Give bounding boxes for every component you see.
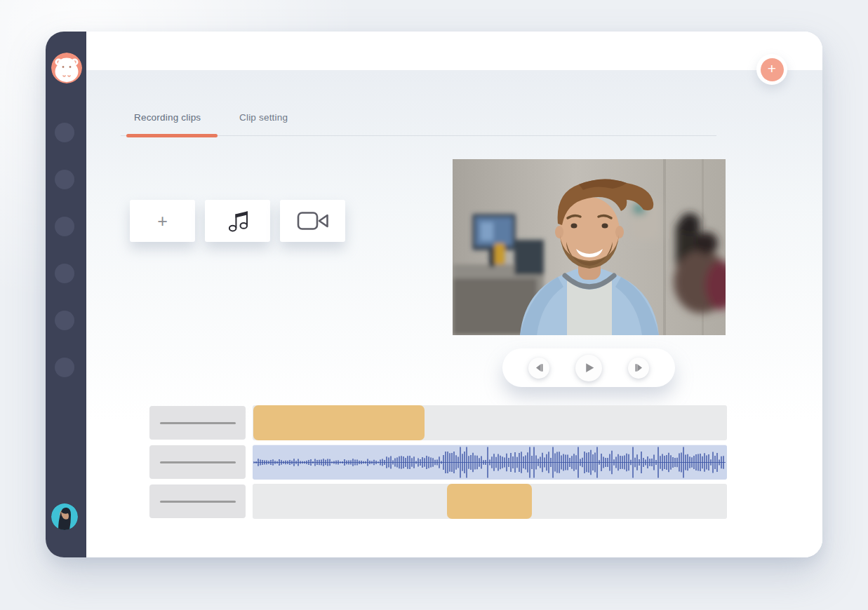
video-preview-image xyxy=(453,159,726,335)
sidebar-item-placeholder-2[interactable] xyxy=(55,170,74,189)
music-note-icon xyxy=(222,205,253,236)
app-window: + Recording clips Clip setting + xyxy=(46,32,822,557)
play-icon xyxy=(583,362,595,374)
user-avatar[interactable] xyxy=(51,503,78,530)
step-backward-icon xyxy=(534,362,545,373)
sidebar-item-placeholder-1[interactable] xyxy=(55,123,74,142)
timeline-track-2 xyxy=(149,445,727,480)
track-label xyxy=(149,484,246,518)
play-button[interactable] xyxy=(575,355,602,381)
audio-waveform-clip[interactable] xyxy=(253,445,727,480)
video-camera-icon xyxy=(295,207,330,235)
sidebar-menu xyxy=(55,123,74,377)
timeline-clip[interactable] xyxy=(253,405,425,440)
sidebar-item-placeholder-6[interactable] xyxy=(55,358,74,377)
plus-icon: + xyxy=(768,58,776,79)
user-avatar-photo-icon xyxy=(51,503,78,530)
active-tab-underline xyxy=(126,134,218,137)
add-button[interactable]: + xyxy=(761,58,784,81)
app-logo-monkey-icon[interactable] xyxy=(51,53,82,83)
add-music-button[interactable] xyxy=(205,200,270,242)
timeline-track-3 xyxy=(149,484,727,519)
tab-clip-setting[interactable]: Clip setting xyxy=(239,112,288,123)
track-label xyxy=(149,445,246,479)
track-lane xyxy=(253,405,727,440)
track-label-placeholder xyxy=(160,501,236,503)
sidebar-item-placeholder-4[interactable] xyxy=(55,264,74,283)
main-panel: + Recording clips Clip setting + xyxy=(86,32,822,557)
sidebar-item-placeholder-3[interactable] xyxy=(55,217,74,236)
clip-toolbar: + xyxy=(130,200,345,242)
tab-bar: Recording clips Clip setting xyxy=(121,79,716,137)
track-label-placeholder xyxy=(160,422,236,424)
sidebar xyxy=(46,32,86,557)
previous-frame-button[interactable] xyxy=(528,358,549,379)
next-frame-button[interactable] xyxy=(628,358,649,379)
add-video-button[interactable] xyxy=(280,200,345,242)
playback-controls xyxy=(502,348,675,387)
video-preview xyxy=(453,159,726,335)
top-bar xyxy=(86,32,822,70)
track-label xyxy=(149,406,246,440)
tab-recording-clips[interactable]: Recording clips xyxy=(134,112,201,123)
add-button-halo: + xyxy=(756,54,787,85)
content-area: Recording clips Clip setting + xyxy=(86,70,822,557)
track-label-placeholder xyxy=(160,461,236,463)
track-lane xyxy=(253,484,727,519)
audio-waveform-icon xyxy=(253,445,727,480)
monkey-logo-icon xyxy=(51,53,82,83)
plus-icon: + xyxy=(157,211,168,231)
sidebar-item-placeholder-5[interactable] xyxy=(55,311,74,330)
timeline-clip[interactable] xyxy=(447,484,532,519)
step-forward-icon xyxy=(634,362,644,373)
timeline-track-1 xyxy=(149,405,727,440)
add-clip-button[interactable]: + xyxy=(130,200,195,242)
